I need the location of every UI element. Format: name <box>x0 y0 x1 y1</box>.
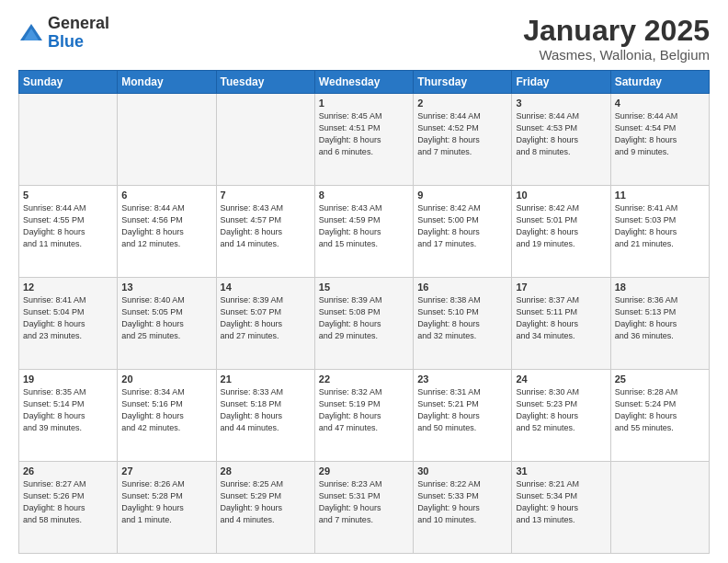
day-info: Sunrise: 8:42 AM Sunset: 5:01 PM Dayligh… <box>516 202 606 250</box>
day-number: 22 <box>319 373 409 385</box>
weekday-header-wednesday: Wednesday <box>314 71 413 94</box>
day-info: Sunrise: 8:44 AM Sunset: 4:54 PM Dayligh… <box>615 110 705 158</box>
calendar-cell: 11Sunrise: 8:41 AM Sunset: 5:03 PM Dayli… <box>610 186 709 278</box>
logo-text: General Blue <box>48 15 109 52</box>
header: General Blue January 2025 Wasmes, Wallon… <box>18 15 710 63</box>
day-info: Sunrise: 8:43 AM Sunset: 4:57 PM Dayligh… <box>221 202 311 250</box>
title-block: January 2025 Wasmes, Wallonia, Belgium <box>523 15 710 63</box>
calendar-cell: 17Sunrise: 8:37 AM Sunset: 5:11 PM Dayli… <box>512 278 610 370</box>
calendar-week-2: 5Sunrise: 8:44 AM Sunset: 4:55 PM Daylig… <box>19 186 710 278</box>
day-number: 20 <box>121 373 211 385</box>
day-number: 4 <box>615 98 705 109</box>
calendar-week-4: 19Sunrise: 8:35 AM Sunset: 5:14 PM Dayli… <box>19 370 710 462</box>
logo-blue-text: Blue <box>48 33 109 52</box>
day-number: 14 <box>221 282 311 293</box>
page: General Blue January 2025 Wasmes, Wallon… <box>0 0 728 563</box>
calendar-cell: 25Sunrise: 8:28 AM Sunset: 5:24 PM Dayli… <box>610 370 709 462</box>
day-info: Sunrise: 8:37 AM Sunset: 5:11 PM Dayligh… <box>516 294 606 342</box>
day-info: Sunrise: 8:42 AM Sunset: 5:00 PM Dayligh… <box>417 202 507 250</box>
day-info: Sunrise: 8:33 AM Sunset: 5:18 PM Dayligh… <box>221 386 311 434</box>
calendar-cell: 16Sunrise: 8:38 AM Sunset: 5:10 PM Dayli… <box>414 278 512 370</box>
calendar-cell: 9Sunrise: 8:42 AM Sunset: 5:00 PM Daylig… <box>414 186 512 278</box>
day-info: Sunrise: 8:39 AM Sunset: 5:07 PM Dayligh… <box>221 294 311 342</box>
day-number: 9 <box>417 190 507 201</box>
location: Wasmes, Wallonia, Belgium <box>523 47 710 63</box>
day-info: Sunrise: 8:40 AM Sunset: 5:05 PM Dayligh… <box>121 294 211 342</box>
day-info: Sunrise: 8:36 AM Sunset: 5:13 PM Dayligh… <box>615 294 705 342</box>
calendar-cell: 7Sunrise: 8:43 AM Sunset: 4:57 PM Daylig… <box>216 186 314 278</box>
calendar-cell: 1Sunrise: 8:45 AM Sunset: 4:51 PM Daylig… <box>314 94 413 186</box>
calendar-cell: 30Sunrise: 8:22 AM Sunset: 5:33 PM Dayli… <box>414 462 512 554</box>
calendar-cell: 8Sunrise: 8:43 AM Sunset: 4:59 PM Daylig… <box>314 186 413 278</box>
weekday-header-saturday: Saturday <box>610 71 709 94</box>
logo-general-text: General <box>48 15 109 33</box>
calendar-cell: 2Sunrise: 8:44 AM Sunset: 4:52 PM Daylig… <box>414 94 512 186</box>
day-info: Sunrise: 8:25 AM Sunset: 5:29 PM Dayligh… <box>221 478 311 526</box>
day-number: 10 <box>516 190 606 201</box>
day-info: Sunrise: 8:39 AM Sunset: 5:08 PM Dayligh… <box>319 294 409 342</box>
calendar-cell: 10Sunrise: 8:42 AM Sunset: 5:01 PM Dayli… <box>512 186 610 278</box>
day-info: Sunrise: 8:31 AM Sunset: 5:21 PM Dayligh… <box>417 386 507 434</box>
day-info: Sunrise: 8:44 AM Sunset: 4:56 PM Dayligh… <box>121 202 211 250</box>
day-info: Sunrise: 8:27 AM Sunset: 5:26 PM Dayligh… <box>23 478 113 526</box>
day-number: 8 <box>319 190 409 201</box>
weekday-header-thursday: Thursday <box>414 71 512 94</box>
day-info: Sunrise: 8:30 AM Sunset: 5:23 PM Dayligh… <box>516 386 606 434</box>
day-number: 30 <box>417 465 507 477</box>
day-info: Sunrise: 8:41 AM Sunset: 5:04 PM Dayligh… <box>23 294 113 342</box>
day-info: Sunrise: 8:21 AM Sunset: 5:34 PM Dayligh… <box>516 478 606 526</box>
calendar-cell: 27Sunrise: 8:26 AM Sunset: 5:28 PM Dayli… <box>118 462 216 554</box>
calendar-cell: 5Sunrise: 8:44 AM Sunset: 4:55 PM Daylig… <box>19 186 118 278</box>
weekday-header-friday: Friday <box>512 71 610 94</box>
calendar-cell <box>216 94 314 186</box>
calendar-cell: 21Sunrise: 8:33 AM Sunset: 5:18 PM Dayli… <box>216 370 314 462</box>
day-number: 25 <box>615 373 705 385</box>
calendar-cell: 24Sunrise: 8:30 AM Sunset: 5:23 PM Dayli… <box>512 370 610 462</box>
calendar-cell <box>118 94 216 186</box>
day-number: 15 <box>319 282 409 293</box>
day-number: 6 <box>121 190 211 201</box>
day-info: Sunrise: 8:44 AM Sunset: 4:52 PM Dayligh… <box>417 110 507 158</box>
weekday-row: SundayMondayTuesdayWednesdayThursdayFrid… <box>19 71 710 94</box>
weekday-header-sunday: Sunday <box>19 71 118 94</box>
day-number: 13 <box>121 282 211 293</box>
day-info: Sunrise: 8:26 AM Sunset: 5:28 PM Dayligh… <box>121 478 211 526</box>
calendar-cell: 6Sunrise: 8:44 AM Sunset: 4:56 PM Daylig… <box>118 186 216 278</box>
day-number: 29 <box>319 465 409 477</box>
day-info: Sunrise: 8:32 AM Sunset: 5:19 PM Dayligh… <box>319 386 409 434</box>
day-info: Sunrise: 8:28 AM Sunset: 5:24 PM Dayligh… <box>615 386 705 434</box>
weekday-header-tuesday: Tuesday <box>216 71 314 94</box>
calendar-body: 1Sunrise: 8:45 AM Sunset: 4:51 PM Daylig… <box>19 94 710 554</box>
calendar-cell: 12Sunrise: 8:41 AM Sunset: 5:04 PM Dayli… <box>19 278 118 370</box>
month-title: January 2025 <box>523 15 710 47</box>
day-info: Sunrise: 8:43 AM Sunset: 4:59 PM Dayligh… <box>319 202 409 250</box>
calendar-cell: 29Sunrise: 8:23 AM Sunset: 5:31 PM Dayli… <box>314 462 413 554</box>
calendar-cell: 19Sunrise: 8:35 AM Sunset: 5:14 PM Dayli… <box>19 370 118 462</box>
day-number: 17 <box>516 282 606 293</box>
day-info: Sunrise: 8:45 AM Sunset: 4:51 PM Dayligh… <box>319 110 409 158</box>
day-number: 21 <box>221 373 311 385</box>
calendar-cell: 4Sunrise: 8:44 AM Sunset: 4:54 PM Daylig… <box>610 94 709 186</box>
day-info: Sunrise: 8:44 AM Sunset: 4:53 PM Dayligh… <box>516 110 606 158</box>
day-number: 28 <box>221 465 311 477</box>
day-info: Sunrise: 8:41 AM Sunset: 5:03 PM Dayligh… <box>615 202 705 250</box>
calendar-cell <box>610 462 709 554</box>
day-number: 31 <box>516 465 606 477</box>
calendar-week-5: 26Sunrise: 8:27 AM Sunset: 5:26 PM Dayli… <box>19 462 710 554</box>
day-info: Sunrise: 8:34 AM Sunset: 5:16 PM Dayligh… <box>121 386 211 434</box>
logo: General Blue <box>18 15 109 52</box>
day-info: Sunrise: 8:23 AM Sunset: 5:31 PM Dayligh… <box>319 478 409 526</box>
calendar-week-3: 12Sunrise: 8:41 AM Sunset: 5:04 PM Dayli… <box>19 278 710 370</box>
calendar-week-1: 1Sunrise: 8:45 AM Sunset: 4:51 PM Daylig… <box>19 94 710 186</box>
day-number: 7 <box>221 190 311 201</box>
day-info: Sunrise: 8:35 AM Sunset: 5:14 PM Dayligh… <box>23 386 113 434</box>
calendar-cell: 28Sunrise: 8:25 AM Sunset: 5:29 PM Dayli… <box>216 462 314 554</box>
calendar-cell: 26Sunrise: 8:27 AM Sunset: 5:26 PM Dayli… <box>19 462 118 554</box>
day-number: 27 <box>121 465 211 477</box>
day-info: Sunrise: 8:44 AM Sunset: 4:55 PM Dayligh… <box>23 202 113 250</box>
calendar-cell: 13Sunrise: 8:40 AM Sunset: 5:05 PM Dayli… <box>118 278 216 370</box>
logo-icon <box>18 20 44 46</box>
calendar-cell: 23Sunrise: 8:31 AM Sunset: 5:21 PM Dayli… <box>414 370 512 462</box>
weekday-header-monday: Monday <box>118 71 216 94</box>
day-number: 18 <box>615 282 705 293</box>
